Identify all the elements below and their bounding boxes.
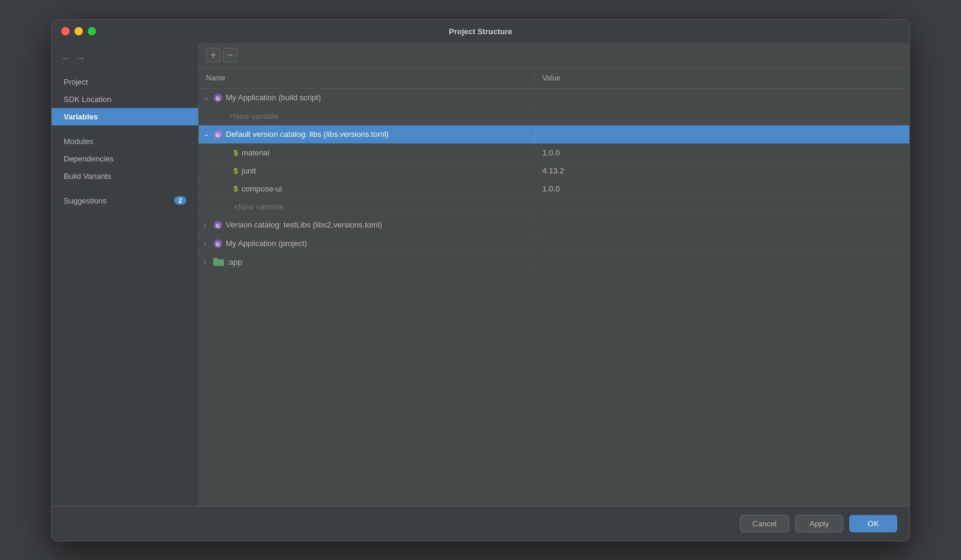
chevron-right-icon: ›: [204, 240, 211, 247]
new-variable-label: +New variable: [229, 112, 279, 121]
remove-button[interactable]: −: [223, 48, 237, 62]
variable-icon: $: [234, 184, 238, 193]
row-name-cell: $ junit: [199, 165, 535, 176]
table-row[interactable]: $ junit 4.13.2: [199, 162, 909, 180]
row-value-cell: [535, 224, 909, 226]
sidebar-item-dependencies[interactable]: Dependencies: [52, 150, 198, 167]
svg-text:G: G: [216, 95, 220, 101]
col-name-header: Name: [199, 71, 535, 85]
row-name-cell: › G Version catalog: testLibs (libs2.ver…: [199, 219, 535, 231]
row-value-cell: [535, 133, 909, 136]
row-value-cell: 1.0.0: [535, 147, 909, 158]
row-name-cell: ⌄ G Default version catalog: libs (libs.…: [199, 128, 535, 140]
col-value-header: Value: [535, 71, 909, 85]
chevron-right-icon: ›: [204, 258, 211, 265]
table-row[interactable]: › G My Application (project): [199, 235, 909, 253]
sidebar-item-project[interactable]: Project: [52, 73, 198, 91]
row-name-cell: ⌄ G My Application (build script): [199, 92, 535, 104]
suggestions-badge: 2: [174, 196, 186, 205]
sidebar-item-build-variants[interactable]: Build Variants: [52, 167, 198, 185]
apply-button[interactable]: Apply: [795, 515, 843, 532]
forward-button[interactable]: →: [76, 53, 85, 64]
table-row[interactable]: › :app: [199, 253, 909, 271]
row-label: compose-ui: [241, 184, 282, 193]
row-name-cell: +New variable: [199, 201, 535, 212]
chevron-right-icon: ›: [204, 221, 211, 229]
row-name-cell: › G My Application (project): [199, 238, 535, 250]
dialog-title: Project Structure: [449, 27, 512, 36]
toolbar: + −: [199, 43, 909, 68]
row-value-cell: [535, 115, 909, 117]
folder-icon: [213, 257, 224, 266]
maximize-button[interactable]: [88, 27, 96, 35]
sidebar-item-sdk-location[interactable]: SDK Location: [52, 91, 198, 108]
window-controls: [61, 27, 96, 35]
table-row[interactable]: $ material 1.0.0: [199, 144, 909, 162]
add-button[interactable]: +: [206, 48, 220, 62]
gradle-icon: G: [213, 130, 223, 139]
variables-table[interactable]: Name Value ⌄ G My Application (build scr…: [199, 68, 909, 506]
svg-text:G: G: [216, 241, 220, 247]
project-structure-dialog: Project Structure ← → Project SDK Locati…: [51, 19, 910, 541]
variable-icon: $: [234, 166, 238, 175]
row-label: Version catalog: testLibs (libs2.version…: [226, 220, 382, 229]
chevron-down-icon: ⌄: [204, 130, 211, 138]
row-label: My Application (build script): [226, 93, 321, 102]
table-row[interactable]: ⌄ G My Application (build script): [199, 89, 909, 107]
row-name-cell: $ material: [199, 147, 535, 158]
chevron-down-icon: ⌄: [204, 94, 211, 101]
row-label: material: [241, 148, 269, 157]
sidebar: ← → Project SDK Location Variables Modul…: [52, 43, 199, 506]
sidebar-item-variables[interactable]: Variables: [52, 108, 198, 125]
row-label: My Application (project): [226, 239, 307, 248]
new-variable-label: +New variable: [234, 202, 283, 211]
sidebar-item-suggestions[interactable]: Suggestions 2: [52, 192, 198, 209]
dialog-footer: Cancel Apply OK: [52, 506, 909, 541]
sidebar-spacer-2: [52, 185, 198, 192]
cancel-button[interactable]: Cancel: [740, 515, 789, 532]
sidebar-spacer-1: [52, 125, 198, 133]
back-button[interactable]: ←: [61, 53, 71, 64]
sidebar-item-modules[interactable]: Modules: [52, 133, 198, 150]
row-value-cell: [535, 260, 909, 263]
row-name-cell: $ compose-ui: [199, 183, 535, 194]
table-row[interactable]: +New variable: [199, 198, 909, 216]
svg-text:G: G: [216, 223, 220, 229]
table-row[interactable]: ⌄ G Default version catalog: libs (libs.…: [199, 125, 909, 144]
row-name-cell: +New variable: [199, 110, 535, 122]
row-label: Default version catalog: libs (libs.vers…: [226, 130, 389, 139]
nav-arrows: ← →: [52, 48, 198, 73]
ok-button[interactable]: OK: [849, 515, 897, 532]
dialog-body: ← → Project SDK Location Variables Modul…: [52, 43, 909, 506]
variable-icon: $: [234, 148, 238, 157]
gradle-icon: G: [213, 93, 223, 103]
row-value-cell: 4.13.2: [535, 165, 909, 176]
close-button[interactable]: [61, 27, 70, 35]
svg-rect-9: [213, 258, 218, 260]
row-name-cell: › :app: [199, 256, 535, 268]
minimize-button[interactable]: [74, 27, 83, 35]
title-bar: Project Structure: [52, 20, 909, 43]
table-row[interactable]: +New variable: [199, 107, 909, 125]
row-label: junit: [241, 166, 256, 175]
gradle-icon: G: [213, 220, 223, 230]
gradle-icon: G: [213, 239, 223, 248]
row-label: :app: [227, 257, 242, 266]
row-value-cell: [535, 205, 909, 208]
row-value-cell: 1.0.0: [535, 183, 909, 194]
svg-text:G: G: [216, 132, 220, 138]
table-row[interactable]: › G Version catalog: testLibs (libs2.ver…: [199, 216, 909, 235]
main-content: + − Name Value ⌄ G: [199, 43, 909, 506]
row-value-cell: [535, 97, 909, 99]
table-row[interactable]: $ compose-ui 1.0.0: [199, 180, 909, 198]
table-header: Name Value: [199, 68, 909, 89]
row-value-cell: [535, 242, 909, 245]
